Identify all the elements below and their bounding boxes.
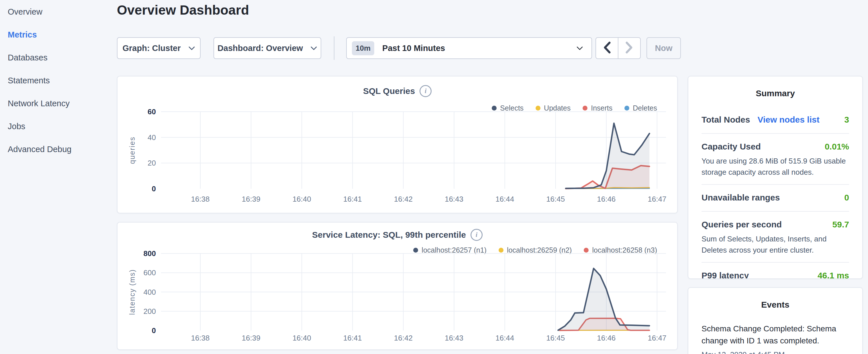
event-message[interactable]: Schema Change Completed: Schema change w… bbox=[702, 323, 849, 347]
summary-row-description: Sum of Selects, Updates, Inserts, and De… bbox=[702, 233, 849, 256]
svg-text:16:40: 16:40 bbox=[292, 195, 311, 203]
svg-text:600: 600 bbox=[144, 268, 156, 277]
summary-row-label: Unavailable ranges bbox=[702, 193, 780, 202]
now-button[interactable]: Now bbox=[647, 37, 681, 59]
svg-text:16:39: 16:39 bbox=[242, 195, 260, 203]
sidebar-item-network-latency[interactable]: Network Latency bbox=[8, 99, 115, 108]
summary-divider bbox=[702, 133, 849, 134]
summary-divider bbox=[702, 184, 849, 185]
svg-text:16:40: 16:40 bbox=[292, 334, 311, 342]
svg-text:16:38: 16:38 bbox=[191, 195, 210, 203]
time-step-buttons bbox=[595, 37, 641, 59]
time-step-forward-button[interactable] bbox=[618, 38, 640, 58]
time-range-dropdown[interactable]: 10m Past 10 Minutes bbox=[346, 37, 592, 59]
summary-row: P99 latency46.1 ms bbox=[702, 271, 849, 279]
chevron-down-icon bbox=[310, 46, 317, 51]
summary-row: Capacity Used0.01% bbox=[702, 142, 849, 152]
summary-row-description: You are using 28.6 MiB of 515.9 GiB usab… bbox=[702, 156, 849, 178]
chevron-left-icon bbox=[602, 41, 611, 55]
sidebar: OverviewMetricsDatabasesStatementsNetwor… bbox=[0, 0, 115, 354]
sidebar-item-overview[interactable]: Overview bbox=[8, 7, 115, 17]
svg-text:16:43: 16:43 bbox=[445, 334, 463, 342]
summary-row-value: 3 bbox=[844, 115, 849, 125]
svg-text:16:47: 16:47 bbox=[648, 334, 666, 342]
time-range-label: Past 10 Minutes bbox=[382, 43, 445, 53]
summary-row-label: Total Nodes bbox=[702, 115, 750, 125]
chevron-right-icon bbox=[625, 41, 633, 55]
main-content: Overview Dashboard Graph: Cluster Dashbo… bbox=[117, 0, 678, 354]
svg-text:16:46: 16:46 bbox=[597, 334, 616, 342]
summary-row: Total NodesView nodes list3 bbox=[702, 115, 849, 125]
svg-text:0: 0 bbox=[152, 185, 156, 193]
summary-row: Unavailable ranges0 bbox=[702, 193, 849, 202]
chevron-down-icon bbox=[188, 46, 195, 51]
dashboard-dropdown[interactable]: Dashboard: Overview bbox=[214, 37, 321, 59]
svg-text:40: 40 bbox=[148, 133, 156, 142]
svg-text:400: 400 bbox=[144, 288, 156, 296]
svg-text:16:38: 16:38 bbox=[191, 334, 210, 342]
sidebar-item-statements[interactable]: Statements bbox=[8, 75, 115, 85]
sql-queries-card: SQL Queries i SelectsUpdatesInsertsDelet… bbox=[117, 76, 678, 213]
summary-divider bbox=[702, 262, 849, 263]
summary-row-value: 46.1 ms bbox=[817, 271, 849, 279]
chevron-down-icon bbox=[577, 46, 583, 52]
time-range-badge: 10m bbox=[352, 41, 374, 55]
svg-text:16:42: 16:42 bbox=[394, 334, 413, 342]
svg-text:20: 20 bbox=[148, 159, 156, 167]
svg-text:16:44: 16:44 bbox=[495, 334, 514, 342]
summary-row-label: Queries per second bbox=[702, 220, 782, 229]
controls-bar: Graph: Cluster Dashboard: Overview 10m P… bbox=[117, 37, 678, 59]
sidebar-item-databases[interactable]: Databases bbox=[8, 53, 115, 62]
events-panel: Events Schema Change Completed: Schema c… bbox=[688, 287, 863, 354]
sidebar-item-metrics[interactable]: Metrics bbox=[8, 30, 115, 39]
summary-row-value: 0.01% bbox=[825, 142, 849, 152]
sidebar-item-advanced-debug[interactable]: Advanced Debug bbox=[8, 144, 115, 154]
svg-text:800: 800 bbox=[144, 249, 156, 258]
summary-row-label: Capacity Used bbox=[702, 142, 761, 152]
svg-text:16:42: 16:42 bbox=[394, 195, 413, 203]
summary-row-value: 59.7 bbox=[833, 220, 849, 229]
controls-divider bbox=[334, 36, 334, 60]
summary-row-label: P99 latency bbox=[702, 271, 749, 279]
events-title: Events bbox=[702, 300, 849, 310]
svg-text:60: 60 bbox=[148, 107, 156, 116]
svg-text:200: 200 bbox=[144, 307, 156, 316]
service-latency-card: Service Latency: SQL, 99th percentile i … bbox=[117, 222, 678, 350]
sidebar-item-jobs[interactable]: Jobs bbox=[8, 122, 115, 131]
time-step-back-button[interactable] bbox=[596, 38, 618, 58]
svg-text:16:41: 16:41 bbox=[343, 195, 362, 203]
event-timestamp: May 13, 2020 at 4:45 PM bbox=[702, 350, 849, 354]
svg-text:16:44: 16:44 bbox=[495, 195, 514, 203]
sql-queries-chart[interactable]: 16:3816:3916:4016:4116:4216:4316:4416:45… bbox=[118, 76, 678, 214]
svg-text:16:45: 16:45 bbox=[546, 195, 565, 203]
page-title: Overview Dashboard bbox=[117, 2, 249, 18]
svg-text:16:45: 16:45 bbox=[546, 334, 565, 342]
summary-row: Queries per second59.7 bbox=[702, 220, 849, 229]
right-column: Summary Total NodesView nodes list3Capac… bbox=[688, 0, 863, 354]
graph-source-dropdown[interactable]: Graph: Cluster bbox=[117, 37, 200, 59]
view-nodes-list-link[interactable]: View nodes list bbox=[757, 115, 819, 125]
svg-text:16:46: 16:46 bbox=[597, 195, 616, 203]
summary-title: Summary bbox=[702, 89, 849, 98]
now-button-label: Now bbox=[655, 43, 672, 53]
svg-text:16:43: 16:43 bbox=[445, 195, 463, 203]
svg-text:queries: queries bbox=[128, 137, 136, 164]
svg-text:16:39: 16:39 bbox=[242, 334, 260, 342]
svg-text:16:41: 16:41 bbox=[343, 334, 362, 342]
summary-divider bbox=[702, 211, 849, 212]
summary-row-value: 0 bbox=[844, 193, 849, 202]
dashboard-dropdown-label: Dashboard: Overview bbox=[217, 43, 303, 53]
summary-panel: Summary Total NodesView nodes list3Capac… bbox=[688, 76, 863, 279]
svg-text:16:47: 16:47 bbox=[648, 195, 666, 203]
svg-text:0: 0 bbox=[152, 326, 156, 335]
service-latency-chart[interactable]: 16:3816:3916:4016:4116:4216:4316:4416:45… bbox=[118, 223, 678, 351]
graph-source-dropdown-label: Graph: Cluster bbox=[122, 43, 181, 53]
svg-text:latency (ms): latency (ms) bbox=[128, 269, 136, 315]
